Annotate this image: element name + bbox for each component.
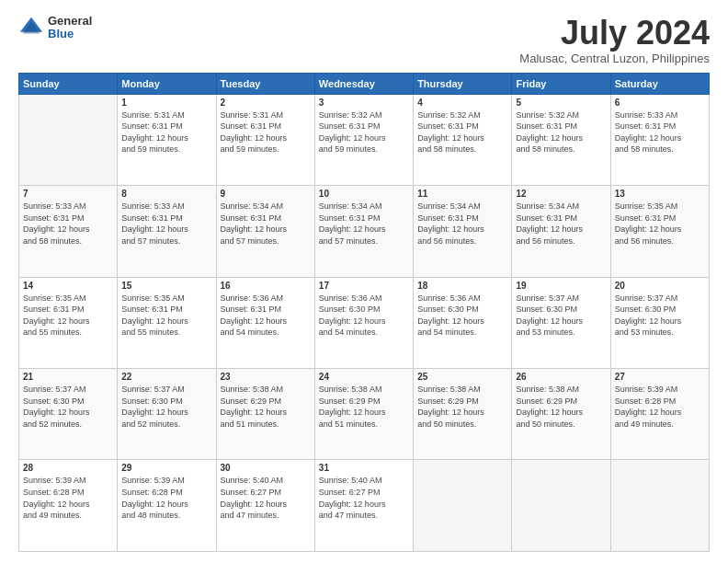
- day-cell: 11Sunrise: 5:34 AM Sunset: 6:31 PM Dayli…: [414, 186, 512, 277]
- day-cell: 18Sunrise: 5:36 AM Sunset: 6:30 PM Dayli…: [414, 277, 512, 368]
- day-number: 1: [121, 98, 211, 108]
- day-number: 22: [121, 372, 211, 382]
- day-number: 18: [417, 281, 507, 291]
- day-cell: 17Sunrise: 5:36 AM Sunset: 6:30 PM Dayli…: [314, 277, 413, 368]
- day-info: Sunrise: 5:38 AM Sunset: 6:29 PM Dayligh…: [516, 384, 606, 430]
- header-row: SundayMondayTuesdayWednesdayThursdayFrid…: [19, 73, 710, 94]
- day-number: 10: [319, 189, 409, 199]
- day-cell: 28Sunrise: 5:39 AM Sunset: 6:28 PM Dayli…: [19, 460, 118, 552]
- day-number: 31: [319, 463, 409, 473]
- day-info: Sunrise: 5:32 AM Sunset: 6:31 PM Dayligh…: [417, 109, 507, 155]
- day-cell: 30Sunrise: 5:40 AM Sunset: 6:27 PM Dayli…: [216, 460, 314, 552]
- day-info: Sunrise: 5:37 AM Sunset: 6:30 PM Dayligh…: [516, 293, 606, 339]
- day-info: Sunrise: 5:34 AM Sunset: 6:31 PM Dayligh…: [319, 201, 409, 247]
- header: General Blue July 2024 Malusac, Central …: [18, 15, 710, 65]
- day-cell: 6Sunrise: 5:33 AM Sunset: 6:31 PM Daylig…: [610, 94, 709, 185]
- logo-blue-label: Blue: [48, 28, 92, 40]
- day-cell: 31Sunrise: 5:40 AM Sunset: 6:27 PM Dayli…: [314, 460, 413, 552]
- day-cell: 15Sunrise: 5:35 AM Sunset: 6:31 PM Dayli…: [118, 277, 216, 368]
- logo-icon: [18, 15, 44, 40]
- day-cell: 2Sunrise: 5:31 AM Sunset: 6:31 PM Daylig…: [216, 94, 314, 185]
- day-number: 17: [319, 281, 409, 291]
- day-info: Sunrise: 5:33 AM Sunset: 6:31 PM Dayligh…: [23, 201, 113, 247]
- day-cell: 22Sunrise: 5:37 AM Sunset: 6:30 PM Dayli…: [118, 369, 216, 460]
- day-info: Sunrise: 5:32 AM Sunset: 6:31 PM Dayligh…: [516, 109, 606, 155]
- day-number: 7: [23, 189, 113, 199]
- header-cell-saturday: Saturday: [610, 73, 709, 94]
- day-number: 26: [516, 372, 606, 382]
- day-info: Sunrise: 5:33 AM Sunset: 6:31 PM Dayligh…: [615, 109, 705, 155]
- day-info: Sunrise: 5:40 AM Sunset: 6:27 PM Dayligh…: [221, 475, 311, 521]
- title-block: July 2024 Malusac, Central Luzon, Philip…: [519, 15, 710, 65]
- day-cell: 27Sunrise: 5:39 AM Sunset: 6:28 PM Dayli…: [610, 369, 709, 460]
- day-info: Sunrise: 5:38 AM Sunset: 6:29 PM Dayligh…: [319, 384, 409, 430]
- day-cell: 7Sunrise: 5:33 AM Sunset: 6:31 PM Daylig…: [19, 186, 118, 277]
- day-info: Sunrise: 5:31 AM Sunset: 6:31 PM Dayligh…: [221, 109, 311, 155]
- day-cell: 24Sunrise: 5:38 AM Sunset: 6:29 PM Dayli…: [314, 369, 413, 460]
- day-number: 11: [417, 189, 507, 199]
- day-info: Sunrise: 5:34 AM Sunset: 6:31 PM Dayligh…: [417, 201, 507, 247]
- week-row-3: 14Sunrise: 5:35 AM Sunset: 6:31 PM Dayli…: [19, 277, 710, 368]
- day-info: Sunrise: 5:32 AM Sunset: 6:31 PM Dayligh…: [319, 109, 409, 155]
- day-number: 27: [615, 372, 705, 382]
- logo-general-label: General: [48, 15, 92, 28]
- day-cell: 3Sunrise: 5:32 AM Sunset: 6:31 PM Daylig…: [314, 94, 413, 185]
- day-number: 29: [121, 463, 211, 473]
- month-title: July 2024: [519, 15, 710, 52]
- day-cell: 16Sunrise: 5:36 AM Sunset: 6:31 PM Dayli…: [216, 277, 314, 368]
- day-number: 5: [516, 98, 606, 108]
- day-cell: 5Sunrise: 5:32 AM Sunset: 6:31 PM Daylig…: [512, 94, 610, 185]
- day-info: Sunrise: 5:38 AM Sunset: 6:29 PM Dayligh…: [221, 384, 311, 430]
- day-info: Sunrise: 5:39 AM Sunset: 6:28 PM Dayligh…: [121, 475, 211, 521]
- day-cell: 10Sunrise: 5:34 AM Sunset: 6:31 PM Dayli…: [314, 186, 413, 277]
- day-number: 8: [121, 189, 211, 199]
- day-info: Sunrise: 5:34 AM Sunset: 6:31 PM Dayligh…: [221, 201, 311, 247]
- day-info: Sunrise: 5:35 AM Sunset: 6:31 PM Dayligh…: [615, 201, 705, 247]
- day-info: Sunrise: 5:36 AM Sunset: 6:31 PM Dayligh…: [221, 293, 311, 339]
- day-info: Sunrise: 5:34 AM Sunset: 6:31 PM Dayligh…: [516, 201, 606, 247]
- day-number: 25: [417, 372, 507, 382]
- day-number: 13: [615, 189, 705, 199]
- day-cell: 12Sunrise: 5:34 AM Sunset: 6:31 PM Dayli…: [512, 186, 610, 277]
- day-cell: 20Sunrise: 5:37 AM Sunset: 6:30 PM Dayli…: [610, 277, 709, 368]
- day-number: 24: [319, 372, 409, 382]
- day-number: 2: [221, 98, 311, 108]
- day-number: 19: [516, 281, 606, 291]
- day-number: 15: [121, 281, 211, 291]
- header-cell-thursday: Thursday: [414, 73, 512, 94]
- day-number: 23: [221, 372, 311, 382]
- day-info: Sunrise: 5:38 AM Sunset: 6:29 PM Dayligh…: [417, 384, 507, 430]
- day-info: Sunrise: 5:35 AM Sunset: 6:31 PM Dayligh…: [121, 293, 211, 339]
- day-number: 16: [221, 281, 311, 291]
- day-number: 6: [615, 98, 705, 108]
- day-number: 9: [221, 189, 311, 199]
- day-cell: 9Sunrise: 5:34 AM Sunset: 6:31 PM Daylig…: [216, 186, 314, 277]
- day-info: Sunrise: 5:35 AM Sunset: 6:31 PM Dayligh…: [23, 293, 113, 339]
- day-number: 4: [417, 98, 507, 108]
- day-info: Sunrise: 5:39 AM Sunset: 6:28 PM Dayligh…: [615, 384, 705, 430]
- logo-text: General Blue: [48, 15, 92, 41]
- day-cell: 8Sunrise: 5:33 AM Sunset: 6:31 PM Daylig…: [118, 186, 216, 277]
- header-cell-friday: Friday: [512, 73, 610, 94]
- day-number: 21: [23, 372, 113, 382]
- day-info: Sunrise: 5:37 AM Sunset: 6:30 PM Dayligh…: [121, 384, 211, 430]
- location: Malusac, Central Luzon, Philippines: [519, 52, 710, 65]
- day-cell: 29Sunrise: 5:39 AM Sunset: 6:28 PM Dayli…: [118, 460, 216, 552]
- day-info: Sunrise: 5:31 AM Sunset: 6:31 PM Dayligh…: [121, 109, 211, 155]
- day-number: 3: [319, 98, 409, 108]
- calendar-table: SundayMondayTuesdayWednesdayThursdayFrid…: [18, 73, 710, 552]
- logo: General Blue: [18, 15, 92, 41]
- page: General Blue July 2024 Malusac, Central …: [0, 0, 728, 563]
- day-info: Sunrise: 5:37 AM Sunset: 6:30 PM Dayligh…: [23, 384, 113, 430]
- header-cell-wednesday: Wednesday: [314, 73, 413, 94]
- day-cell: 1Sunrise: 5:31 AM Sunset: 6:31 PM Daylig…: [118, 94, 216, 185]
- day-info: Sunrise: 5:37 AM Sunset: 6:30 PM Dayligh…: [615, 293, 705, 339]
- header-cell-tuesday: Tuesday: [216, 73, 314, 94]
- day-cell: 13Sunrise: 5:35 AM Sunset: 6:31 PM Dayli…: [610, 186, 709, 277]
- day-number: 30: [221, 463, 311, 473]
- header-cell-monday: Monday: [118, 73, 216, 94]
- day-info: Sunrise: 5:40 AM Sunset: 6:27 PM Dayligh…: [319, 475, 409, 521]
- day-cell: 25Sunrise: 5:38 AM Sunset: 6:29 PM Dayli…: [414, 369, 512, 460]
- week-row-4: 21Sunrise: 5:37 AM Sunset: 6:30 PM Dayli…: [19, 369, 710, 460]
- day-info: Sunrise: 5:39 AM Sunset: 6:28 PM Dayligh…: [23, 475, 113, 521]
